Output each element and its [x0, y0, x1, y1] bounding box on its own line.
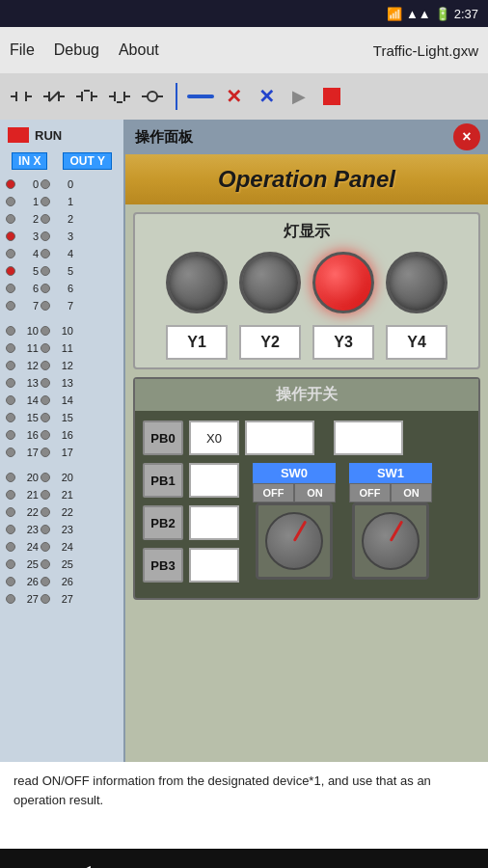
main-area: RUN IN X OUT Y 00 11 22 33 44 55 66 77 1… — [0, 120, 488, 762]
toolbar-contact2-icon[interactable] — [41, 83, 68, 110]
run-label: RUN — [35, 128, 62, 143]
sw0-on-button[interactable]: ON — [294, 483, 336, 502]
io-y-indicator — [41, 559, 50, 569]
io-panel: RUN IN X OUT Y 00 11 22 33 44 55 66 77 1… — [0, 120, 125, 762]
io-row: 1515 — [0, 409, 123, 426]
panel-close-button[interactable]: × — [453, 123, 480, 150]
light-bulb-3 — [312, 252, 374, 313]
toolbar-contact3-icon[interactable] — [73, 83, 100, 110]
x0-display: X0 — [189, 420, 239, 455]
bottom-text-content: read ON/OFF information from the designa… — [14, 773, 431, 807]
io-row: 1717 — [0, 444, 123, 461]
sw1-dial-needle — [390, 520, 404, 541]
io-row: 55 — [0, 262, 123, 280]
panel-titlebar: 操作面板 × — [125, 120, 488, 154]
io-x-indicator — [6, 301, 15, 311]
status-bar: 📶 ▲▲ 🔋 2:37 — [0, 0, 488, 27]
io-x-indicator — [6, 430, 15, 440]
toolbar-contact1-icon[interactable] — [8, 83, 35, 110]
io-row: 2424 — [0, 538, 123, 556]
io-y-indicator — [41, 214, 50, 224]
pb3-button[interactable]: PB3 — [143, 548, 183, 583]
operation-panel-container: 操作面板 × Operation Panel 灯显示 Y1 Y2 — [125, 120, 488, 762]
io-row: 1212 — [0, 357, 123, 374]
menu-bar: File Debug About Traffic-Light.gxw — [0, 27, 488, 73]
lights-row — [143, 252, 471, 313]
io-x-indicator — [6, 378, 15, 388]
pb1-row: PB1 PB2 PB3 — [143, 463, 471, 583]
toolbar-delete-icon[interactable]: ✕ — [220, 83, 247, 110]
io-row: 2525 — [0, 556, 123, 573]
io-x-indicator — [6, 542, 15, 552]
sw0-dial-needle — [293, 520, 308, 541]
window-title: Traffic-Light.gxw — [373, 42, 478, 59]
io-row: 2020 — [0, 469, 123, 486]
io-y-indicator — [41, 361, 50, 370]
io-x-indicator — [6, 266, 15, 276]
io-y-indicator — [41, 197, 50, 206]
io-x-indicator — [6, 197, 15, 206]
io-row: 44 — [0, 245, 123, 262]
io-y-indicator — [41, 448, 50, 457]
sw1-group: SW1 OFF ON — [349, 463, 432, 580]
panel-title: 操作面板 — [135, 128, 193, 147]
sw1-off-button[interactable]: OFF — [349, 483, 391, 502]
toolbar-line-icon[interactable] — [187, 95, 214, 98]
sw0-dial[interactable] — [256, 502, 333, 580]
menu-debug[interactable]: Debug — [54, 41, 99, 59]
toolbar-cross-icon[interactable]: ✕ — [253, 83, 280, 110]
io-row: 1313 — [0, 374, 123, 392]
toolbar-play-icon[interactable]: ▶ — [285, 83, 312, 110]
pb2-button[interactable]: PB2 — [143, 505, 183, 540]
sw0-group: SW0 OFF ON — [253, 463, 336, 580]
io-x-indicator — [6, 395, 15, 405]
nav-home-button[interactable]: ● — [239, 860, 252, 868]
io-x-indicator — [6, 490, 15, 500]
light-label-y1: Y1 — [166, 325, 228, 360]
io-y-indicator — [41, 326, 50, 336]
pb3-subrow: PB3 — [143, 548, 239, 583]
menu-about[interactable]: About — [119, 41, 159, 59]
pb0-button[interactable]: PB0 — [143, 420, 183, 455]
sw1-dial[interactable] — [352, 502, 429, 580]
io-x-indicator — [6, 559, 15, 569]
pb2-subrow: PB2 — [143, 505, 239, 540]
light-bulb-4 — [386, 252, 447, 313]
io-x-indicator — [6, 448, 15, 457]
io-row: 2323 — [0, 521, 123, 538]
io-row: 1616 — [0, 426, 123, 444]
nav-back-button[interactable]: ◀ — [74, 860, 91, 868]
run-indicator — [8, 127, 29, 143]
menu-file[interactable]: File — [10, 41, 35, 59]
io-row: 1111 — [0, 339, 123, 357]
io-row: 2727 — [0, 590, 123, 608]
light-label-y2: Y2 — [239, 325, 301, 360]
sw0-buttons: OFF ON — [253, 483, 336, 502]
io-x-indicator — [6, 413, 15, 422]
pb3-field — [189, 548, 239, 583]
io-row: 22 — [0, 210, 123, 228]
io-row: 66 — [0, 280, 123, 297]
op-panel-header-text: Operation Panel — [218, 166, 395, 193]
io-x-indicator — [6, 231, 15, 241]
io-x-indicator — [6, 473, 15, 482]
io-row: 2626 — [0, 573, 123, 590]
io-rows-group1: 00 11 22 33 44 55 66 77 — [0, 176, 123, 314]
io-row: 2222 — [0, 503, 123, 521]
sw0-off-button[interactable]: OFF — [253, 483, 294, 502]
io-row: 11 — [0, 193, 123, 210]
switch-section: 操作开关 PB0 X0 PB1 — [133, 377, 480, 600]
io-x-indicator — [6, 361, 15, 370]
io-row: 00 — [0, 176, 123, 193]
nav-recent-button[interactable]: ■ — [401, 860, 414, 868]
toolbar-stop-icon[interactable] — [318, 83, 345, 110]
pb1-button[interactable]: PB1 — [143, 463, 183, 498]
light-bulb-1 — [166, 252, 228, 313]
io-x-indicator — [6, 343, 15, 353]
toolbar-contact4-icon[interactable] — [106, 83, 133, 110]
light-display-section: 灯显示 Y1 Y2 Y3 Y4 — [133, 212, 480, 369]
sw1-on-button[interactable]: ON — [391, 483, 432, 502]
toolbar-coil-icon[interactable] — [139, 83, 166, 110]
io-row: 33 — [0, 228, 123, 245]
io-y-indicator — [41, 231, 50, 241]
